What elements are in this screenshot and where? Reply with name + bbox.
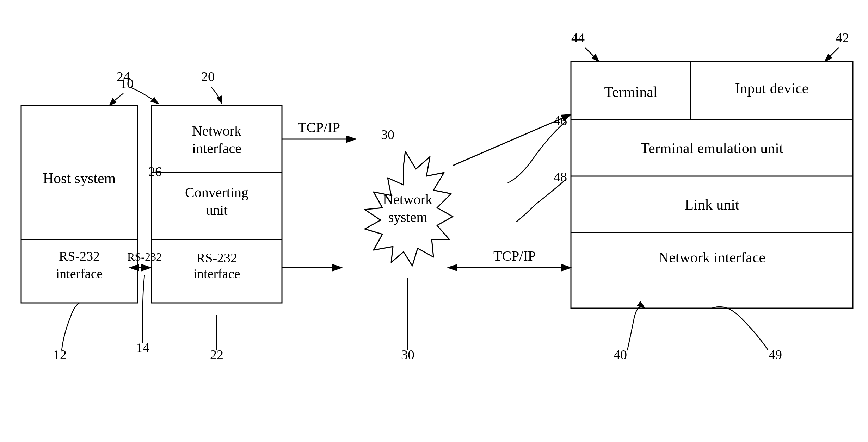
- converting-unit-label2: unit: [206, 202, 228, 218]
- tcpip1-label: TCP/IP: [298, 119, 340, 135]
- ref44-label: 44: [571, 30, 585, 45]
- svg-line-13: [453, 114, 571, 166]
- ref20-label: 20: [201, 69, 215, 84]
- input-device-label: Input device: [735, 80, 809, 97]
- ref40-label: 40: [614, 347, 627, 362]
- net-interface-converter-label1: Network: [192, 123, 241, 139]
- ref49-label: 49: [769, 347, 782, 362]
- link-unit-label: Link unit: [684, 197, 739, 213]
- ref30a-label: 30: [381, 127, 394, 142]
- rs232-converter-label1: RS-232: [196, 250, 237, 265]
- ref46-label: 46: [554, 113, 567, 128]
- ref12-label: 12: [53, 347, 67, 362]
- host-system-label: Host system: [43, 170, 116, 186]
- tcpip2-label: TCP/IP: [493, 248, 536, 264]
- terminal-label: Terminal: [604, 84, 658, 100]
- net-interface-client-label: Network interface: [658, 249, 765, 266]
- ref24-label: 24: [117, 69, 130, 84]
- network-system-label2: system: [388, 209, 427, 225]
- rs232-host-label-line1: RS-232: [59, 249, 100, 263]
- diagram-container: Host system RS-232 interface 10 12 Netwo…: [0, 0, 868, 442]
- rs232-host-label-line2: interface: [56, 266, 103, 281]
- rs232-converter-label2: interface: [193, 266, 240, 281]
- converting-unit-label1: Converting: [185, 185, 248, 200]
- network-system-label1: Network: [383, 192, 432, 207]
- rs232-connector-label: RS-232: [127, 250, 162, 263]
- terminal-emulation-label: Terminal emulation unit: [640, 140, 783, 156]
- net-interface-converter-label2: interface: [192, 141, 241, 156]
- ref48-label: 48: [554, 169, 567, 184]
- ref42-label: 42: [836, 30, 849, 45]
- ref26-label: 26: [148, 164, 162, 179]
